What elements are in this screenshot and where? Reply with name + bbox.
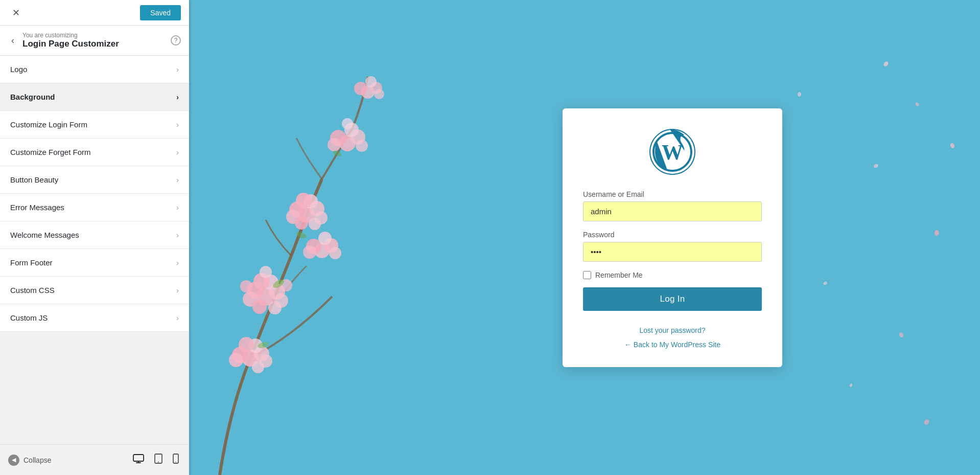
menu-item-custom-js[interactable]: Custom JS› [0,304,189,332]
svg-point-5 [256,287,275,306]
svg-point-49 [354,82,367,95]
svg-point-27 [324,238,338,253]
password-input[interactable] [583,242,762,262]
svg-point-21 [296,193,311,208]
menu-list: Logo›Background›Customize Login Form›Cus… [0,56,189,444]
svg-point-13 [252,300,267,314]
svg-point-34 [232,347,248,363]
svg-point-22 [314,211,328,224]
svg-point-24 [309,218,321,230]
svg-point-42 [330,130,346,146]
saved-button[interactable]: Saved [140,5,181,20]
svg-point-11 [243,291,258,307]
username-group: Username or Email [583,190,762,221]
collapse-circle-icon: ◀ [8,455,19,466]
menu-item-welcome-messages[interactable]: Welcome Messages› [0,221,189,249]
svg-point-55 [332,149,342,157]
wordpress-logo: W [649,129,695,175]
svg-rect-0 [133,455,144,461]
svg-point-45 [328,138,341,151]
menu-item-label: Error Messages [10,203,64,212]
menu-item-button-beauty[interactable]: Button Beauty› [0,166,189,194]
svg-point-47 [361,85,375,99]
collapse-label: Collapse [24,456,51,464]
svg-point-44 [356,140,368,152]
menu-item-label: Background [10,93,55,101]
customizing-text: You are customizing Login Page Customize… [22,32,166,49]
svg-point-40 [339,135,356,151]
forgot-password-link[interactable]: Lost your password? [639,326,705,334]
customizing-title: Login Page Customizer [22,39,166,49]
remember-checkbox[interactable] [583,271,591,279]
collapse-button[interactable]: ◀ Collapse [8,455,51,466]
svg-point-29 [318,232,332,245]
svg-point-19 [289,201,306,218]
form-links: Lost your password? ← Back to My WordPre… [583,326,762,349]
svg-point-10 [274,293,288,308]
chevron-right-icon: › [176,259,179,267]
svg-point-43 [344,123,359,137]
svg-point-15 [280,279,292,291]
tablet-view-button[interactable] [152,453,165,467]
bottom-bar: ◀ Collapse [0,444,189,475]
svg-point-38 [229,353,243,367]
menu-item-background[interactable]: Background› [0,83,189,111]
svg-point-26 [314,243,330,258]
chevron-right-icon: › [176,93,179,101]
svg-point-41 [350,129,365,145]
svg-point-2 [158,462,159,463]
chevron-right-icon: › [176,121,179,129]
menu-item-custom-css[interactable]: Custom CSS› [0,277,189,304]
customizing-header: ‹ You are customizing Login Page Customi… [0,26,189,56]
back-button[interactable]: ‹ [8,34,17,47]
password-group: Password [583,231,762,262]
svg-text:W: W [662,141,683,164]
svg-point-31 [303,245,316,259]
username-input[interactable] [583,201,762,221]
svg-point-6 [269,283,285,300]
menu-item-label: Form Footer [10,258,53,267]
remember-label: Remember Me [595,271,643,279]
back-to-site-link[interactable]: ← Back to My WordPress Site [624,341,720,349]
svg-point-9 [253,273,270,289]
svg-point-7 [247,282,264,299]
menu-item-label: Customize Forget Form [10,148,91,156]
mobile-view-button[interactable] [171,453,181,467]
svg-point-48 [370,82,382,94]
chevron-right-icon: › [176,231,179,239]
username-label: Username or Email [583,190,762,198]
menu-item-label: Custom CSS [10,286,55,295]
password-label: Password [583,231,762,239]
menu-item-logo[interactable]: Logo› [0,56,189,83]
chevron-right-icon: › [176,65,179,74]
preview-area: W Username or Email Password Remember Me… [189,0,980,475]
menu-item-customize-login-form[interactable]: Customize Login Form› [0,111,189,139]
svg-point-14 [260,266,272,278]
chevron-right-icon: › [176,314,179,322]
menu-item-label: Logo [10,65,27,74]
svg-point-12 [268,301,282,314]
svg-point-4 [175,462,176,463]
svg-point-33 [254,346,269,361]
menu-item-label: Custom JS [10,313,48,322]
svg-point-50 [365,76,377,87]
menu-item-label: Customize Login Form [10,120,87,129]
svg-point-18 [309,201,324,216]
chevron-right-icon: › [176,203,179,212]
svg-point-30 [329,247,341,259]
svg-point-37 [259,354,272,368]
top-bar: ✕ Saved [0,0,189,26]
svg-point-35 [248,338,263,353]
svg-point-23 [286,210,300,224]
svg-point-17 [298,207,315,223]
customizing-label: You are customizing [22,32,166,39]
menu-item-customize-forget-form[interactable]: Customize Forget Form› [0,139,189,166]
menu-item-form-footer[interactable]: Form Footer› [0,249,189,277]
menu-item-error-messages[interactable]: Error Messages› [0,194,189,221]
help-icon[interactable]: ? [171,35,181,46]
svg-point-39 [252,361,264,373]
svg-point-28 [306,239,321,254]
login-button[interactable]: Log In [583,287,762,311]
close-button[interactable]: ✕ [8,5,24,20]
desktop-view-button[interactable] [131,453,146,467]
